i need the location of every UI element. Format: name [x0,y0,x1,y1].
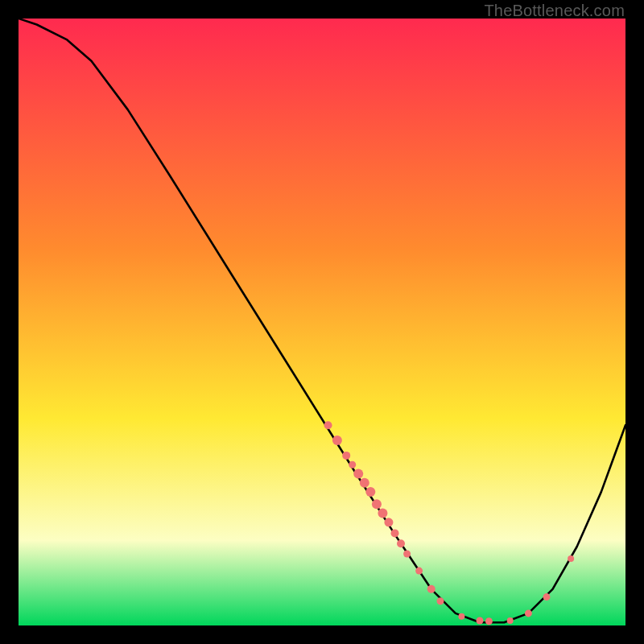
data-point [485,617,493,625]
data-point [477,617,484,625]
data-point [427,585,436,593]
data-point [568,555,574,562]
data-point [384,518,393,526]
data-point [391,529,399,537]
data-point [507,617,514,624]
data-point [378,509,387,518]
gradient-background [19,19,625,625]
data-point [360,478,369,488]
data-point [342,452,350,460]
bottleneck-chart [19,19,625,625]
data-point [415,568,423,575]
data-point [543,593,551,601]
watermark-text: TheBottleneck.com [484,2,625,20]
data-point [349,461,356,469]
data-point [353,469,363,479]
data-point [403,551,411,558]
chart-container: { "watermark": "TheBottleneck.com", "col… [0,0,644,644]
data-point [458,613,464,620]
data-point [372,499,382,509]
data-point [365,487,375,497]
data-point [397,539,405,547]
data-point [324,421,332,429]
data-point [525,609,532,617]
data-point [437,597,444,605]
data-point [332,436,342,445]
